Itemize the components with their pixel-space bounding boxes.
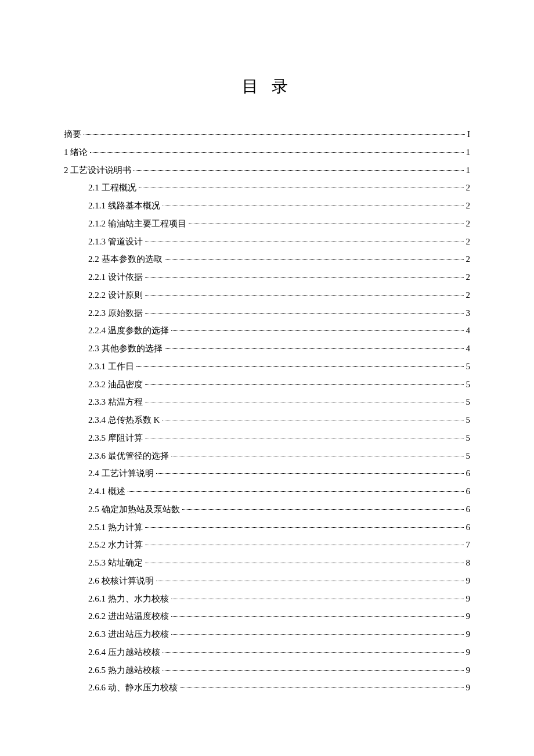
toc-entry-page: 5	[466, 376, 471, 394]
toc-entry: 摘要I	[64, 125, 470, 143]
toc-leader	[165, 348, 464, 349]
toc-leader	[163, 206, 464, 206]
toc-leader	[145, 242, 464, 242]
toc-leader	[156, 581, 464, 581]
toc-entry-label: 2.4.1 概述	[64, 483, 125, 501]
toc-entry-page: 5	[466, 411, 471, 429]
toc-leader	[128, 491, 464, 492]
toc-entry-label: 2.1 工程概况	[64, 179, 136, 197]
toc-entry: 2.2.4 温度参数的选择4	[64, 322, 470, 340]
toc-entry-label: 2.1.1 线路基本概况	[64, 197, 160, 215]
toc-entry-label: 2.6.1 热力、水力校核	[64, 590, 169, 608]
toc-leader	[145, 402, 464, 402]
toc-leader	[134, 170, 463, 171]
toc-entry-page: 2	[466, 197, 471, 215]
toc-container: 摘要I1 绪论12 工艺设计说明书12.1 工程概况22.1.1 线路基本概况2…	[64, 125, 470, 697]
toc-entry-page: 9	[466, 607, 471, 625]
toc-entry-label: 2.3.4 总传热系数 K	[64, 411, 160, 429]
toc-entry-page: 2	[466, 286, 471, 304]
toc-entry: 2.2.1 设计依据2	[64, 268, 470, 286]
toc-entry: 2.4.1 概述6	[64, 483, 470, 501]
toc-entry-label: 2.2.1 设计依据	[64, 268, 143, 286]
toc-entry: 2.1.2 输油站主要工程项目2	[64, 215, 470, 233]
toc-leader	[145, 313, 464, 314]
toc-entry-page: 2	[466, 215, 471, 233]
toc-entry-page: 4	[466, 340, 471, 358]
toc-leader	[145, 277, 464, 278]
toc-entry-label: 1 绪论	[64, 143, 88, 161]
toc-entry-page: 6	[466, 519, 471, 537]
toc-entry-label: 2.6.2 进出站温度校核	[64, 607, 169, 625]
toc-leader	[145, 545, 464, 545]
toc-entry: 2.5.1 热力计算6	[64, 519, 470, 537]
toc-entry-page: 5	[466, 393, 471, 411]
toc-entry: 2.3.5 摩阻计算5	[64, 429, 470, 447]
toc-leader	[145, 438, 464, 438]
toc-leader	[171, 634, 464, 635]
toc-entry: 2.1.3 管道设计2	[64, 233, 470, 251]
toc-entry: 1 绪论1	[64, 143, 470, 161]
toc-entry-label: 2.6.5 热力越站校核	[64, 661, 160, 679]
toc-entry-page: 2	[466, 179, 471, 197]
toc-entry-label: 2.3.1 工作日	[64, 358, 134, 376]
toc-entry-page: 2	[466, 233, 471, 251]
toc-leader	[139, 188, 464, 188]
toc-entry-page: 5	[466, 429, 471, 447]
toc-entry: 2.2 基本参数的选取2	[64, 250, 470, 268]
toc-leader	[171, 616, 464, 617]
toc-entry-page: 9	[466, 590, 471, 608]
toc-leader	[145, 527, 464, 528]
toc-entry-label: 2.5.2 水力计算	[64, 536, 143, 554]
toc-leader	[162, 420, 463, 420]
toc-leader	[145, 384, 464, 385]
toc-entry: 2.6.1 热力、水力校核9	[64, 590, 470, 608]
toc-entry: 2.3 其他参数的选择4	[64, 340, 470, 358]
toc-entry: 2.3.3 粘温方程5	[64, 393, 470, 411]
toc-entry: 2.6.2 进出站温度校核9	[64, 607, 470, 625]
toc-entry: 2.1 工程概况2	[64, 179, 470, 197]
toc-entry: 2.5 确定加热站及泵站数6	[64, 501, 470, 519]
toc-entry: 2.5.3 站址确定8	[64, 554, 470, 572]
toc-entry-label: 2.3.6 最优管径的选择	[64, 447, 169, 465]
toc-entry-label: 2.3 其他参数的选择	[64, 340, 163, 358]
toc-entry-label: 2.3.5 摩阻计算	[64, 429, 143, 447]
toc-entry: 2.4 工艺计算说明6	[64, 465, 470, 483]
toc-entry-page: 9	[466, 679, 471, 697]
toc-entry-page: 8	[466, 554, 471, 572]
toc-entry: 2 工艺设计说明书1	[64, 161, 470, 179]
toc-leader	[171, 456, 464, 456]
toc-entry-page: 6	[466, 465, 471, 483]
toc-entry: 2.6.6 动、静水压力校核9	[64, 679, 470, 697]
toc-entry-page: 3	[466, 304, 471, 322]
toc-entry-label: 2.6.3 进出站压力校核	[64, 625, 169, 643]
toc-leader	[90, 152, 463, 153]
toc-entry-label: 2.6.4 压力越站校核	[64, 643, 160, 661]
toc-entry-label: 2.4 工艺计算说明	[64, 465, 154, 483]
toc-entry: 2.2.3 原始数据3	[64, 304, 470, 322]
page-title: 目 录	[64, 75, 470, 98]
toc-leader	[145, 563, 464, 563]
toc-entry-label: 2.5 确定加热站及泵站数	[64, 501, 180, 519]
toc-leader	[182, 509, 464, 510]
toc-leader	[163, 652, 464, 653]
toc-entry-page: 6	[466, 501, 471, 519]
toc-leader	[156, 473, 464, 474]
toc-entry-label: 2.2 基本参数的选取	[64, 250, 163, 268]
toc-entry-label: 2.5.1 热力计算	[64, 519, 143, 537]
toc-entry-page: 9	[466, 572, 471, 590]
toc-entry: 2.6.4 压力越站校核9	[64, 643, 470, 661]
toc-entry-page: 2	[466, 250, 471, 268]
toc-entry: 2.3.1 工作日5	[64, 358, 470, 376]
toc-entry: 2.1.1 线路基本概况2	[64, 197, 470, 215]
toc-entry-page: 1	[466, 143, 471, 161]
toc-leader	[189, 224, 464, 224]
toc-entry: 2.3.4 总传热系数 K5	[64, 411, 470, 429]
toc-entry-label: 2.1.2 输油站主要工程项目	[64, 215, 186, 233]
toc-entry-page: 9	[466, 625, 471, 643]
toc-leader	[145, 295, 464, 296]
toc-entry-page: 6	[466, 483, 471, 501]
toc-entry: 2.3.6 最优管径的选择5	[64, 447, 470, 465]
toc-entry: 2.3.2 油品密度5	[64, 376, 470, 394]
toc-leader	[84, 134, 465, 135]
toc-entry-page: 5	[466, 358, 471, 376]
